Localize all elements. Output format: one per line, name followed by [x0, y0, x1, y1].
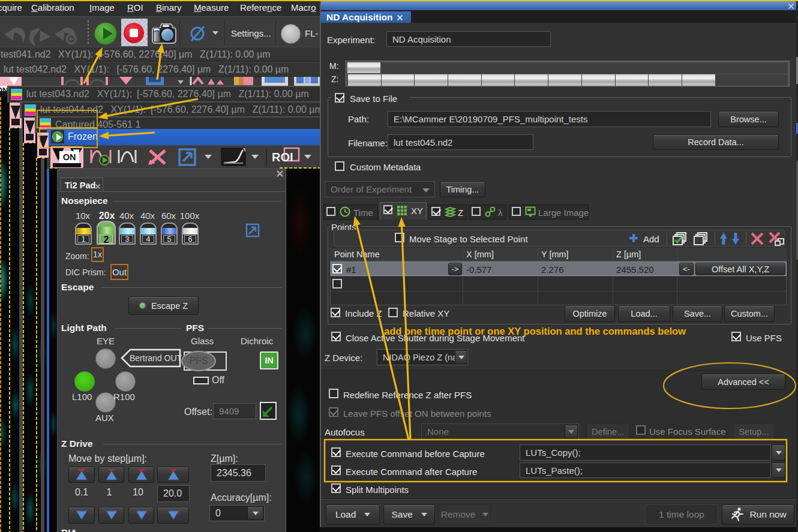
svg-text:Bertrand OUT: Bertrand OUT [130, 353, 182, 363]
svg-text:ROI: ROI [272, 151, 293, 164]
